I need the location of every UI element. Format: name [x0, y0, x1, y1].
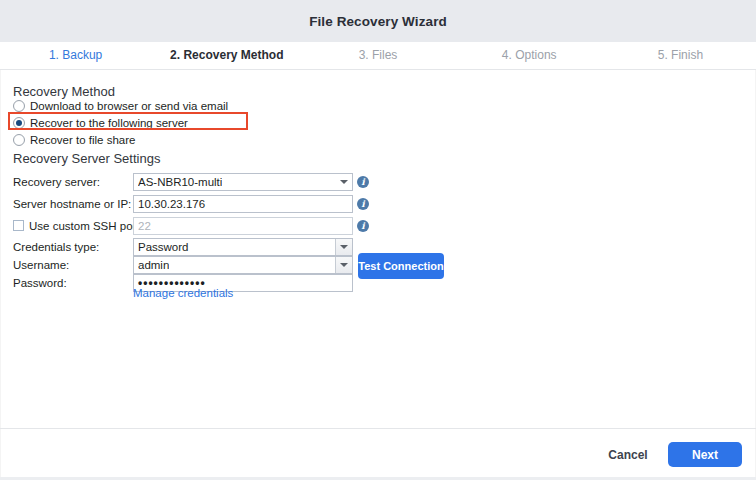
chevron-down-icon: [340, 245, 348, 249]
step-backup[interactable]: 1. Backup: [0, 42, 151, 69]
credentials-type-select[interactable]: Password: [133, 238, 353, 256]
combo-trigger[interactable]: [335, 257, 352, 273]
radio-icon[interactable]: [13, 100, 25, 112]
step-recovery-method: 2. Recovery Method: [151, 42, 302, 69]
radio-option-file-share[interactable]: Recover to file share: [13, 133, 135, 147]
combo-trigger[interactable]: [335, 239, 352, 255]
username-label: Username:: [13, 256, 131, 274]
radio-icon-selected[interactable]: [13, 117, 25, 129]
dialog-titlebar: File Recovery Wizard: [0, 0, 756, 42]
radio-label[interactable]: Recover to file share: [30, 134, 135, 146]
info-icon[interactable]: i: [357, 176, 369, 188]
radio-icon[interactable]: [13, 134, 25, 146]
recovery-server-label: Recovery server:: [13, 173, 131, 191]
radio-option-download[interactable]: Download to browser or send via email: [13, 99, 228, 113]
radio-option-recover-to-server[interactable]: Recover to the following server: [13, 116, 188, 130]
file-recovery-wizard-dialog: File Recovery Wizard 1. Backup 2. Recove…: [0, 0, 756, 480]
recovery-method-heading: Recovery Method: [13, 84, 115, 99]
info-icon[interactable]: i: [357, 220, 369, 232]
info-icon[interactable]: i: [357, 198, 369, 210]
ssh-port-input: [133, 217, 353, 235]
next-button[interactable]: Next: [668, 442, 742, 467]
credentials-type-value: Password: [138, 239, 189, 255]
cancel-button[interactable]: Cancel: [600, 446, 656, 464]
username-value: admin: [138, 257, 169, 273]
step-finish: 5. Finish: [605, 42, 756, 69]
step-options: 4. Options: [454, 42, 605, 69]
server-settings-heading: Recovery Server Settings: [13, 151, 160, 166]
recovery-server-value: AS-NBR10-multi: [138, 174, 222, 190]
ssh-port-checkbox[interactable]: [13, 220, 24, 231]
radio-label[interactable]: Recover to the following server: [30, 117, 188, 129]
credentials-type-label: Credentials type:: [13, 238, 131, 256]
chevron-down-icon: [340, 263, 348, 267]
footer-divider: [0, 428, 756, 429]
wizard-steps: 1. Backup 2. Recovery Method 3. Files 4.…: [0, 42, 756, 70]
password-label: Password:: [13, 274, 131, 292]
manage-credentials-link[interactable]: Manage credentials: [133, 287, 233, 299]
radio-label[interactable]: Download to browser or send via email: [30, 100, 228, 112]
step-files: 3. Files: [302, 42, 453, 69]
username-select[interactable]: admin: [133, 256, 353, 274]
hostname-label: Server hostname or IP:: [13, 195, 131, 213]
test-connection-button[interactable]: Test Connection: [358, 253, 444, 279]
chevron-down-icon[interactable]: [340, 180, 348, 184]
ssh-port-label[interactable]: Use custom SSH port:: [29, 217, 143, 235]
recovery-server-select[interactable]: AS-NBR10-multi: [133, 173, 353, 191]
hostname-input[interactable]: [133, 195, 353, 213]
dialog-title: File Recovery Wizard: [309, 14, 447, 29]
